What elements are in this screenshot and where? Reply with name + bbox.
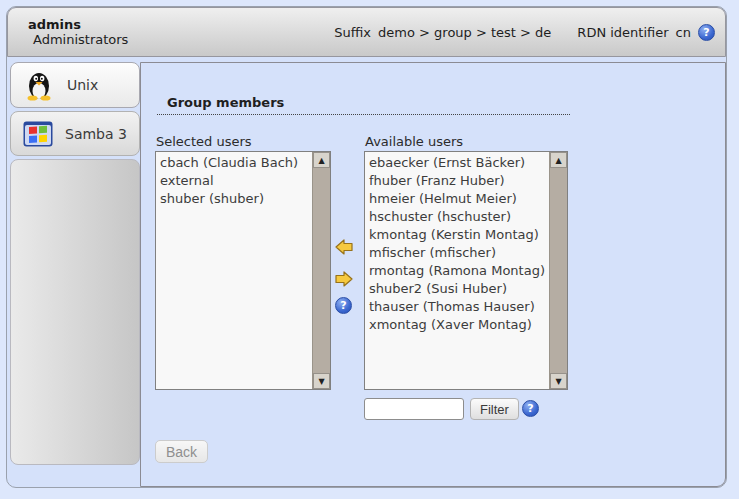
available-user-option[interactable]: rmontag (Ramona Montag) <box>365 262 549 280</box>
scroll-down-icon[interactable]: ▼ <box>313 373 330 389</box>
sidebar-filler-panel <box>10 159 140 465</box>
tab-unix[interactable]: Unix <box>10 62 140 108</box>
available-users-listbox[interactable]: ebaecker (Ernst Bäcker)fhuber (Franz Hub… <box>364 151 568 390</box>
account-title-block: admins Administrators <box>28 17 128 47</box>
section-title: Group members <box>157 95 570 115</box>
scroll-down-icon[interactable]: ▼ <box>550 373 567 389</box>
selected-users-options: cbach (Claudia Bach)externalshuber (shub… <box>156 152 312 389</box>
scrollbar-track[interactable] <box>550 168 567 373</box>
available-users-label: Available users <box>365 134 463 149</box>
available-users-scrollbar[interactable]: ▲ ▼ <box>549 152 567 389</box>
main-container: admins Administrators Suffix demo > grou… <box>6 6 727 488</box>
rdn-help-icon[interactable]: ? <box>698 24 715 41</box>
available-user-option[interactable]: hmeier (Helmut Meier) <box>365 190 549 208</box>
tux-penguin-icon <box>23 69 55 101</box>
scrollbar-track[interactable] <box>313 168 330 373</box>
available-users-options: ebaecker (Ernst Bäcker)fhuber (Franz Hub… <box>365 152 549 389</box>
lam-group-edit-window: admins Administrators Suffix demo > grou… <box>0 0 739 499</box>
account-name: admins <box>28 17 128 32</box>
filter-help-icon[interactable]: ? <box>522 400 539 417</box>
tab-samba3[interactable]: Samba 3 <box>10 111 140 156</box>
back-button[interactable]: Back <box>155 440 208 463</box>
available-user-option[interactable]: hschuster (hschuster) <box>365 208 549 226</box>
filter-button[interactable]: Filter <box>470 398 519 420</box>
add-to-selected-button[interactable] <box>334 238 354 256</box>
rdn-value[interactable]: cn <box>676 25 691 40</box>
selected-user-option[interactable]: external <box>156 172 312 190</box>
members-help-icon[interactable]: ? <box>335 297 352 314</box>
selected-users-label: Selected users <box>156 134 252 149</box>
tab-content-panel: Group members Selected users Available u… <box>140 62 726 487</box>
available-user-option[interactable]: mfischer (mfischer) <box>365 244 549 262</box>
scroll-up-icon[interactable]: ▲ <box>313 152 330 168</box>
suffix-label: Suffix <box>334 25 371 40</box>
header-bar: admins Administrators Suffix demo > grou… <box>7 7 726 57</box>
available-user-option[interactable]: thauser (Thomas Hauser) <box>365 298 549 316</box>
available-user-option[interactable]: kmontag (Kerstin Montag) <box>365 226 549 244</box>
remove-from-selected-button[interactable] <box>334 270 354 288</box>
filter-input[interactable] <box>364 398 464 420</box>
account-description: Administrators <box>33 32 128 47</box>
selected-user-option[interactable]: cbach (Claudia Bach) <box>156 154 312 172</box>
selected-users-scrollbar[interactable]: ▲ ▼ <box>312 152 330 389</box>
suffix-value: demo > group > test > de <box>378 25 551 40</box>
available-user-option[interactable]: xmontag (Xaver Montag) <box>365 316 549 334</box>
available-user-option[interactable]: fhuber (Franz Huber) <box>365 172 549 190</box>
windows-logo-icon <box>23 121 53 147</box>
rdn-label: RDN identifier <box>577 25 668 40</box>
available-user-option[interactable]: ebaecker (Ernst Bäcker) <box>365 154 549 172</box>
selected-users-listbox[interactable]: cbach (Claudia Bach)externalshuber (shub… <box>155 151 331 390</box>
tab-samba3-label: Samba 3 <box>65 126 127 142</box>
header-meta: Suffix demo > group > test > de RDN iden… <box>334 24 715 41</box>
tab-unix-label: Unix <box>67 77 98 93</box>
selected-user-option[interactable]: shuber (shuber) <box>156 190 312 208</box>
available-user-option[interactable]: shuber2 (Susi Huber) <box>365 280 549 298</box>
scroll-up-icon[interactable]: ▲ <box>550 152 567 168</box>
